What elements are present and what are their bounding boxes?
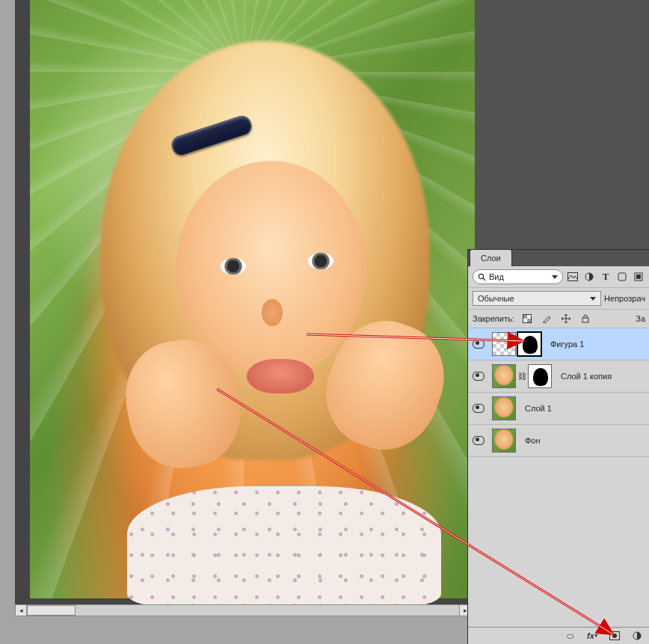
subject-mouth bbox=[247, 359, 314, 393]
layer-name[interactable]: Слой 1 bbox=[519, 404, 552, 413]
layer-row-sloi-1-kopiya[interactable]: ⛓ Слой 1 копия bbox=[468, 361, 649, 393]
svg-rect-4 bbox=[618, 273, 626, 280]
layer-mask-thumbnail[interactable] bbox=[528, 364, 552, 388]
mask-link-icon[interactable]: ⛓ bbox=[517, 372, 526, 381]
tab-layers-label: Слои bbox=[481, 254, 501, 263]
eye-icon bbox=[473, 372, 485, 381]
subject-nose bbox=[262, 299, 283, 326]
visibility-toggle[interactable] bbox=[468, 404, 489, 413]
layer-name[interactable]: Слой 1 копия bbox=[555, 372, 612, 381]
search-icon bbox=[478, 273, 486, 281]
svg-rect-6 bbox=[636, 275, 641, 279]
fill-label: За bbox=[636, 314, 645, 323]
vector-mask-thumbnail[interactable] bbox=[517, 332, 541, 356]
layer-filter-row: Вид T bbox=[468, 266, 649, 288]
svg-line-1 bbox=[483, 278, 485, 280]
canvas-image bbox=[30, 0, 475, 598]
svg-rect-12 bbox=[582, 318, 588, 322]
lock-all-icon[interactable] bbox=[579, 313, 592, 325]
eye-icon bbox=[473, 436, 485, 445]
smart-filter-icon[interactable] bbox=[632, 271, 645, 283]
layer-row-fon[interactable]: Фон bbox=[468, 425, 649, 457]
blend-opacity-row: Обычные Непрозрач bbox=[468, 288, 649, 310]
opacity-label: Непрозрач bbox=[604, 294, 645, 303]
layer-thumbnail[interactable] bbox=[492, 332, 516, 356]
layer-name[interactable]: Фигура 1 bbox=[544, 340, 584, 349]
layer-row-figura-1[interactable]: Фигура 1 bbox=[468, 328, 649, 361]
lock-transparency-icon[interactable] bbox=[520, 313, 534, 325]
blend-mode-value: Обычные bbox=[478, 294, 514, 303]
svg-point-14 bbox=[612, 634, 617, 638]
lock-row: Закрепить: За bbox=[468, 310, 649, 328]
scroll-thumb[interactable] bbox=[27, 605, 76, 616]
visibility-toggle[interactable] bbox=[468, 436, 489, 445]
layer-thumbnail[interactable] bbox=[492, 396, 516, 420]
adjustment-filter-icon[interactable] bbox=[582, 271, 596, 283]
layer-filter-value: Вид bbox=[489, 272, 549, 281]
adjustment-layer-icon[interactable] bbox=[630, 630, 644, 642]
lock-position-icon[interactable] bbox=[559, 313, 573, 325]
eye-icon bbox=[473, 404, 485, 413]
visibility-toggle[interactable] bbox=[468, 340, 489, 349]
layers-panel: Слои Вид T Обычные Непрозрач Закрепить: bbox=[467, 249, 649, 644]
layer-thumbnail[interactable] bbox=[492, 364, 516, 388]
lock-label: Закрепить: bbox=[473, 314, 514, 323]
fx-icon[interactable]: fx▾ bbox=[585, 630, 599, 642]
layer-row-sloi-1[interactable]: Слой 1 bbox=[468, 393, 649, 425]
shape-filter-icon[interactable] bbox=[615, 271, 629, 283]
layers-panel-footer: ⬭ fx▾ bbox=[468, 627, 649, 644]
layer-name[interactable]: Фон bbox=[519, 436, 541, 445]
svg-point-0 bbox=[479, 274, 483, 278]
image-filter-icon[interactable] bbox=[566, 271, 579, 283]
eye-icon bbox=[473, 340, 485, 349]
layers-list: Фигура 1 ⛓ Слой 1 копия Слой 1 bbox=[468, 328, 649, 457]
layer-thumbnail[interactable] bbox=[492, 429, 516, 453]
tab-layers[interactable]: Слои bbox=[470, 249, 512, 266]
visibility-toggle[interactable] bbox=[468, 372, 489, 381]
scroll-track[interactable] bbox=[27, 604, 459, 616]
layer-mask-icon[interactable] bbox=[608, 630, 621, 642]
chevron-down-icon bbox=[590, 297, 596, 301]
document-canvas[interactable] bbox=[15, 0, 471, 604]
subject-eye-right bbox=[308, 253, 333, 269]
type-filter-icon[interactable]: T bbox=[599, 271, 612, 283]
chevron-down-icon bbox=[552, 275, 558, 279]
lock-icons-group bbox=[520, 313, 592, 325]
canvas-horizontal-scrollbar[interactable]: ◂ ▸ bbox=[15, 604, 471, 616]
layer-filter-select[interactable]: Вид bbox=[473, 269, 563, 284]
link-layers-icon[interactable]: ⬭ bbox=[563, 630, 576, 642]
panel-tab-bar: Слои bbox=[468, 250, 649, 266]
subject-eye-left bbox=[221, 258, 246, 275]
blend-mode-select[interactable]: Обычные bbox=[473, 291, 601, 306]
subject-dress bbox=[127, 486, 441, 606]
scroll-left-button[interactable]: ◂ bbox=[15, 604, 27, 616]
app-stage: ◂ ▸ Слои Вид T Обычные bbox=[0, 0, 649, 644]
lock-pixels-icon[interactable] bbox=[540, 313, 553, 325]
